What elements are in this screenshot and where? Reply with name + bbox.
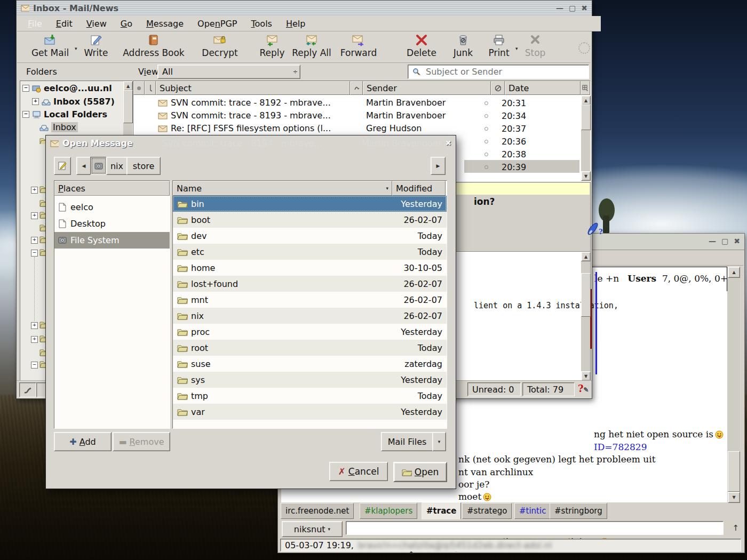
junk-dot-icon[interactable] — [484, 101, 488, 105]
message-row[interactable]: SVN commit: trace - 8192 - mbrave... — [158, 96, 331, 109]
column-attachment[interactable] — [145, 81, 156, 95]
file-row-bin[interactable]: binYesterday — [173, 196, 447, 212]
menu-file[interactable]: File — [28, 19, 42, 29]
breadcrumb-back-button[interactable]: ◀ — [76, 157, 91, 175]
filter-dropdown-icon[interactable]: ▾ — [432, 432, 446, 451]
close-icon[interactable]: ✖ — [581, 4, 587, 12]
tab-tintic[interactable]: #tintic — [514, 503, 551, 519]
minimize-icon[interactable]: — — [556, 4, 563, 12]
tab-stratego[interactable]: #stratego — [462, 503, 512, 519]
tree-collapse-icon[interactable]: − — [31, 362, 38, 369]
search-input[interactable] — [425, 66, 576, 77]
breadcrumb-nix-button[interactable]: nix — [106, 157, 128, 175]
open-button[interactable]: Open — [393, 462, 447, 482]
nick-button[interactable]: niksnut▾ — [282, 521, 343, 537]
search-box[interactable] — [408, 65, 589, 79]
print-dropdown-icon[interactable]: ▾ — [515, 46, 518, 51]
thread-scrollbar[interactable]: ▲ ▼ — [581, 95, 590, 181]
input-history-up-icon[interactable]: ↑ — [732, 523, 739, 533]
enigmail-status-icon[interactable]: ?✎ — [578, 383, 589, 394]
message-row[interactable]: Re: [RFC] FSFS filesystem options (l... — [158, 122, 331, 134]
decrypt-button[interactable]: Decrypt — [193, 34, 247, 58]
file-row[interactable]: varYesterday — [173, 404, 447, 420]
tab-server[interactable]: irc.freenode.net — [281, 503, 354, 519]
menu-edit[interactable]: Edit — [56, 19, 73, 29]
menu-message[interactable]: Message — [146, 19, 184, 29]
maximize-icon[interactable]: ▢ — [569, 4, 576, 12]
breadcrumb-root-button[interactable] — [90, 157, 107, 175]
junk-dot-icon[interactable] — [484, 127, 488, 131]
filter-select[interactable]: Mail Files — [381, 432, 433, 451]
file-row[interactable]: susezaterdag — [173, 356, 447, 372]
scroll-up-icon[interactable]: ▲ — [581, 95, 591, 105]
junk-dot-icon[interactable] — [484, 165, 488, 169]
body-scrollbar[interactable]: ▲ ▼ — [581, 252, 590, 381]
scroll-down-icon[interactable]: ▼ — [581, 371, 591, 381]
tree-expand-icon[interactable]: + — [31, 212, 38, 219]
scrollbar-thumb[interactable] — [581, 105, 591, 130]
file-row[interactable]: boot26-02-07 — [173, 212, 447, 228]
scrollbar-thumb[interactable] — [123, 90, 133, 123]
place-filesystem[interactable]: File System — [54, 232, 170, 249]
breadcrumb-store-button[interactable]: store — [126, 157, 161, 175]
menu-tools[interactable]: Tools — [251, 19, 272, 29]
tree-expand-icon[interactable]: + — [31, 187, 38, 194]
junk-button[interactable]: Junk — [448, 34, 478, 58]
tab-trace[interactable]: #trace — [422, 502, 461, 519]
file-row[interactable]: mnt26-02-07 — [173, 292, 447, 308]
tree-expand-icon[interactable]: + — [32, 98, 39, 105]
file-row[interactable]: devToday — [173, 228, 447, 244]
scroll-down-icon[interactable]: ▼ — [728, 492, 740, 503]
irc-message-input[interactable] — [346, 521, 724, 535]
write-button[interactable]: Write — [80, 34, 112, 58]
scroll-up-icon[interactable]: ▲ — [728, 267, 740, 278]
breadcrumb-forward-button[interactable]: ▶ — [431, 157, 446, 175]
folder-local[interactable]: − Local Folders — [22, 109, 107, 119]
tree-expand-icon[interactable]: + — [31, 237, 38, 244]
menu-openpgp[interactable]: OpenPGP — [197, 19, 237, 29]
column-junk[interactable] — [491, 81, 505, 95]
offline-indicator[interactable] — [19, 382, 36, 397]
cancel-button[interactable]: ✗ Cancel — [329, 462, 388, 481]
places-header[interactable]: Places — [54, 181, 170, 196]
tree-expand-icon[interactable]: + — [31, 336, 38, 343]
column-thread[interactable] — [350, 81, 363, 95]
place-eelco[interactable]: eelco — [54, 199, 170, 215]
scroll-up-icon[interactable]: ▲ — [581, 252, 591, 261]
forward-button[interactable]: Forward — [336, 34, 381, 58]
close-icon[interactable]: ✖ — [445, 139, 451, 147]
get-mail-dropdown-icon[interactable]: ▾ — [75, 46, 77, 51]
junk-dot-icon[interactable] — [484, 140, 488, 143]
folder-account[interactable]: − eelco@...uu.nl — [22, 83, 112, 93]
address-book-button[interactable]: Address Book — [120, 34, 188, 58]
file-row[interactable]: lost+found26-02-07 — [173, 276, 447, 292]
column-subject[interactable]: Subject — [156, 81, 350, 95]
junk-dot-icon[interactable] — [484, 153, 488, 156]
tree-collapse-icon[interactable]: − — [22, 85, 29, 92]
delete-button[interactable]: Delete — [402, 34, 441, 58]
file-row[interactable]: etcToday — [173, 244, 447, 260]
type-filename-toggle[interactable] — [54, 157, 71, 175]
reply-button[interactable]: Reply — [255, 34, 289, 58]
close-icon[interactable]: ✖ — [734, 237, 740, 245]
column-flag[interactable] — [133, 81, 145, 95]
file-row[interactable]: home30-10-05 — [173, 260, 447, 276]
menu-help[interactable]: Help — [286, 19, 305, 29]
junk-dot-icon[interactable] — [484, 114, 488, 118]
reply-all-button[interactable]: Reply All — [290, 34, 333, 58]
column-modified[interactable]: Modified — [392, 181, 446, 196]
place-desktop[interactable]: Desktop — [54, 215, 170, 232]
add-button[interactable]: ✚ Add — [54, 432, 112, 451]
scrollbar-thumb[interactable] — [581, 273, 591, 317]
folder-inbox-local[interactable]: Inbox — [39, 122, 78, 132]
scroll-up-icon[interactable]: ▲ — [123, 81, 133, 91]
column-picker[interactable] — [581, 81, 590, 95]
menu-view[interactable]: View — [86, 19, 107, 29]
dialog-titlebar[interactable]: Open Message SVN commit: trace - 8194 - … — [46, 135, 456, 150]
tree-collapse-icon[interactable]: − — [22, 111, 29, 118]
file-row[interactable]: tmpToday — [173, 388, 447, 404]
file-row[interactable]: rootToday — [173, 340, 447, 356]
file-row[interactable]: nix26-02-07 — [173, 308, 447, 324]
message-row[interactable]: SVN commit: trace - 8193 - mbrave... — [158, 109, 331, 122]
folder-inbox-account[interactable]: + Inbox (5587) — [32, 97, 115, 107]
